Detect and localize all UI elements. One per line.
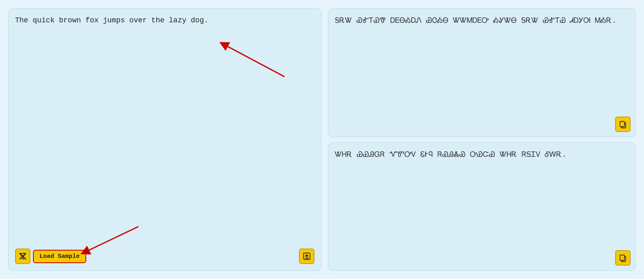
svg-rect-10 (620, 255, 624, 260)
main-container: Load Sample ᎦᎡᏔ ᏯᎹᎢᏯᏡ ᎠᎬᎾᎣᎠᏁ ᏯᏣᎣᎾ ᏔᏔᎷᎠᎬᎤ… (0, 0, 644, 279)
output-text-top: ᎦᎡᏔ ᏯᎹᎢᏯᏡ ᎠᎬᎾᎣᎠᏁ ᏯᏣᎣᎾ ᏔᏔᎷᎠᎬᎤ ᎣᎽᏔᎾ ᎦᎡᏔ ᏯᎹ… (335, 15, 629, 130)
output-text-bottom: ᏔᎻᎡ ᏯᏯᎯᏀᏒ ᏉᏛᎤᏙ ᏋᎨᏄ ᏒᏯᎯᏜᏯ ᎤᏯᏨᏯ ᏔᎻᎡ ᏒᎦᏆᏙ Ꮄ… (335, 149, 629, 264)
output-panel-top: ᎦᎡᏔ ᏯᎹᎢᏯᏡ ᎠᎬᎾᎣᎠᏁ ᏯᏣᎣᎾ ᏔᏔᎷᎠᎬᎤ ᎣᎽᏔᎾ ᎦᎡᏔ ᏯᎹ… (328, 8, 636, 137)
upload-button[interactable] (299, 249, 314, 264)
load-sample-button[interactable]: Load Sample (33, 250, 86, 263)
filter-icon (18, 252, 27, 261)
right-panels: ᎦᎡᏔ ᏯᎹᎢᏯᏡ ᎠᎬᎾᎣᎠᏁ ᏯᏣᎣᎾ ᏔᏔᎷᎠᎬᎤ ᎣᎽᏔᎾ ᎦᎡᏔ ᏯᎹ… (328, 8, 636, 271)
left-bottom-bar: Load Sample (15, 249, 314, 264)
left-bottom-left: Load Sample (15, 249, 86, 264)
copy-icon-top (619, 120, 627, 128)
copy-icon-bottom (619, 254, 627, 262)
left-panel: Load Sample (8, 8, 321, 271)
input-textarea[interactable] (15, 15, 314, 244)
copy-button-bottom[interactable] (615, 250, 631, 266)
clear-button[interactable] (15, 249, 31, 264)
upload-icon (302, 252, 311, 261)
svg-rect-8 (620, 121, 624, 127)
output-panel-bottom: ᏔᎻᎡ ᏯᏯᎯᏀᏒ ᏉᏛᎤᏙ ᏋᎨᏄ ᏒᏯᎯᏜᏯ ᎤᏯᏨᏯ ᏔᎻᎡ ᏒᎦᏆᏙ Ꮄ… (328, 142, 636, 271)
copy-button-top[interactable] (615, 117, 631, 132)
